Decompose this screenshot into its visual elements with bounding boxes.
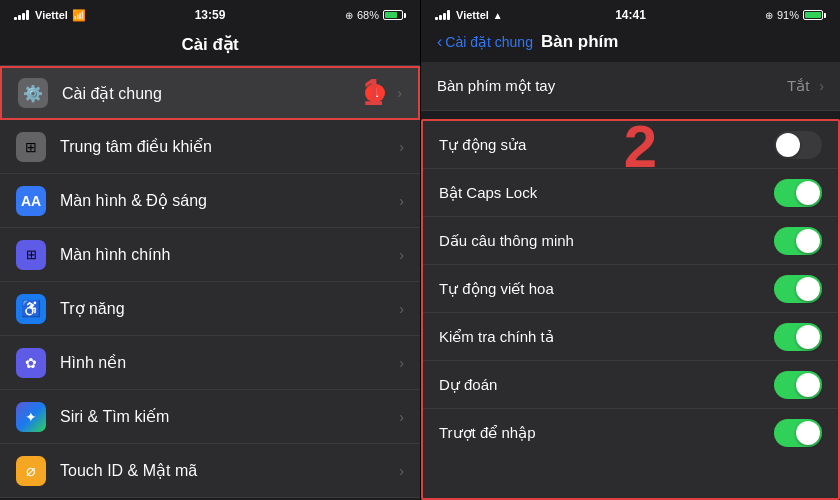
- menu-label-touchid: Touch ID & Mật mã: [60, 461, 395, 480]
- right-signal-bars-icon: [435, 10, 450, 20]
- toggle-knob-tu-dong-viet-hoa: [796, 277, 820, 301]
- siri-icon: ✦: [16, 402, 46, 432]
- chevron-icon-7: ›: [399, 409, 404, 425]
- settings-row-tu-dong-viet-hoa[interactable]: Tự động viết hoa: [423, 265, 838, 313]
- wallpaper-icon: ✿: [16, 348, 46, 378]
- keyboard-single-hand-section: Bàn phím một tay Tắt ›: [421, 62, 840, 111]
- battery-icon-left: [383, 10, 406, 20]
- right-carrier: Viettel: [456, 9, 489, 21]
- toggle-tu-dong-sua[interactable]: [774, 131, 822, 159]
- keyboard-single-hand-label: Bàn phím một tay: [437, 77, 787, 95]
- home-icon: ⊞: [16, 240, 46, 270]
- label-tu-dong-viet-hoa: Tự động viết hoa: [439, 280, 774, 298]
- menu-label-hinh-nen: Hình nền: [60, 353, 395, 372]
- left-status-left: Viettel 📶: [14, 9, 86, 22]
- menu-label-tro-nang: Trợ năng: [60, 299, 395, 318]
- back-chevron-icon: ‹: [437, 33, 442, 51]
- menu-item-tro-nang[interactable]: ♿ Trợ năng ›: [0, 282, 420, 336]
- step-1-number: 1: [363, 75, 383, 111]
- touchid-icon: ⌀: [16, 456, 46, 486]
- menu-item-cai-dat-chung[interactable]: ⚙️ Cài đặt chung 1 1 ›: [0, 66, 420, 120]
- toggle-knob-tu-dong-sua: [776, 133, 800, 157]
- toggle-truot-de-nhap[interactable]: [774, 419, 822, 447]
- menu-label-cai-dat-chung: Cài đặt chung: [62, 84, 365, 103]
- chevron-icon-8: ›: [399, 463, 404, 479]
- left-page-title: Cài đặt: [181, 35, 238, 54]
- menu-label-siri: Siri & Tìm kiếm: [60, 407, 395, 426]
- right-panel: Viettel ▲ 14:41 ⊕ 91% ‹ Cài đặt chung Bà…: [420, 0, 840, 500]
- left-panel: Viettel 📶 13:59 ⊕ 68% Cài đặt ⚙️ Cài đặt…: [0, 0, 420, 500]
- toggle-dau-cau-thong-minh[interactable]: [774, 227, 822, 255]
- toggle-tu-dong-viet-hoa[interactable]: [774, 275, 822, 303]
- settings-row-du-doan[interactable]: Dự đoán: [423, 361, 838, 409]
- chevron-icon-2: ›: [399, 139, 404, 155]
- control-icon: ⊞: [16, 132, 46, 162]
- toggle-kiem-tra-chinh-ta[interactable]: [774, 323, 822, 351]
- battery-pct-right: 91%: [777, 9, 799, 21]
- settings-row-bat-caps-lock[interactable]: Bật Caps Lock: [423, 169, 838, 217]
- left-menu-list: ⚙️ Cài đặt chung 1 1 › ⊞ Trung tâm điều …: [0, 66, 420, 500]
- right-nav-bar: ‹ Cài đặt chung Bàn phím: [421, 28, 840, 62]
- keyboard-settings-section: Tự động sửa Bật Caps Lock Dấu câu thông …: [421, 119, 840, 500]
- settings-row-dau-cau-thong-minh[interactable]: Dấu câu thông minh: [423, 217, 838, 265]
- chevron-icon-5: ›: [399, 301, 404, 317]
- settings-row-kiem-tra-chinh-ta[interactable]: Kiểm tra chính tả: [423, 313, 838, 361]
- accessibility-icon: ♿: [16, 294, 46, 324]
- left-status-right: ⊕ 68%: [345, 9, 406, 21]
- label-bat-caps-lock: Bật Caps Lock: [439, 184, 774, 202]
- keyboard-single-hand-row[interactable]: Bàn phím một tay Tắt ›: [421, 62, 840, 110]
- toggle-knob-du-doan: [796, 373, 820, 397]
- back-label: Cài đặt chung: [445, 34, 533, 50]
- menu-label-trung-tam: Trung tâm điều khiển: [60, 137, 395, 156]
- chevron-icon-6: ›: [399, 355, 404, 371]
- battery-pct-left: 68%: [357, 9, 379, 21]
- right-location-icon: ⊕: [765, 10, 773, 21]
- toggle-knob-kiem-tra-chinh-ta: [796, 325, 820, 349]
- signal-bars-icon: [14, 10, 29, 20]
- left-time: 13:59: [195, 8, 226, 22]
- right-status-right: ⊕ 91%: [765, 9, 826, 21]
- display-icon: AA: [16, 186, 46, 216]
- label-truot-de-nhap: Trượt để nhập: [439, 424, 774, 442]
- wifi-icon: 📶: [72, 9, 86, 22]
- chevron-icon-3: ›: [399, 193, 404, 209]
- label-du-doan: Dự đoán: [439, 376, 774, 394]
- toggle-bat-caps-lock[interactable]: [774, 179, 822, 207]
- right-status-bar: Viettel ▲ 14:41 ⊕ 91%: [421, 0, 840, 28]
- toggle-knob-bat-caps-lock: [796, 181, 820, 205]
- battery-icon-right: [803, 10, 826, 20]
- toggle-knob-dau-cau-thong-minh: [796, 229, 820, 253]
- left-carrier: Viettel: [35, 9, 68, 21]
- chevron-icon-4: ›: [399, 247, 404, 263]
- toggle-du-doan[interactable]: [774, 371, 822, 399]
- settings-row-tu-dong-sua[interactable]: Tự động sửa: [423, 121, 838, 169]
- chevron-icon: ›: [397, 85, 402, 101]
- label-kiem-tra-chinh-ta: Kiểm tra chính tả: [439, 328, 774, 346]
- gear-icon: ⚙️: [18, 78, 48, 108]
- right-page-title: Bàn phím: [541, 32, 618, 52]
- label-tu-dong-sua: Tự động sửa: [439, 136, 774, 154]
- back-button[interactable]: ‹ Cài đặt chung: [437, 33, 533, 51]
- location-icon: ⊕: [345, 10, 353, 21]
- right-wifi-icon: ▲: [493, 10, 503, 21]
- menu-item-trung-tam[interactable]: ⊞ Trung tâm điều khiển ›: [0, 120, 420, 174]
- settings-row-truot-de-nhap[interactable]: Trượt để nhập: [423, 409, 838, 457]
- right-time: 14:41: [615, 8, 646, 22]
- left-status-bar: Viettel 📶 13:59 ⊕ 68%: [0, 0, 420, 28]
- menu-label-man-hinh-do-sang: Màn hình & Độ sáng: [60, 191, 395, 210]
- menu-item-siri[interactable]: ✦ Siri & Tìm kiếm ›: [0, 390, 420, 444]
- toggle-knob-truot-de-nhap: [796, 421, 820, 445]
- menu-item-man-hinh-chinh[interactable]: ⊞ Màn hình chính ›: [0, 228, 420, 282]
- right-status-left: Viettel ▲: [435, 9, 503, 21]
- left-page-title-bar: Cài đặt: [0, 28, 420, 65]
- single-hand-chevron-icon: ›: [819, 78, 824, 94]
- menu-item-touchid[interactable]: ⌀ Touch ID & Mật mã ›: [0, 444, 420, 498]
- menu-item-man-hinh-do-sang[interactable]: AA Màn hình & Độ sáng ›: [0, 174, 420, 228]
- menu-item-hinh-nen[interactable]: ✿ Hình nền ›: [0, 336, 420, 390]
- menu-label-man-hinh-chinh: Màn hình chính: [60, 246, 395, 264]
- keyboard-single-hand-value: Tắt: [787, 77, 809, 95]
- label-dau-cau-thong-minh: Dấu câu thông minh: [439, 232, 774, 250]
